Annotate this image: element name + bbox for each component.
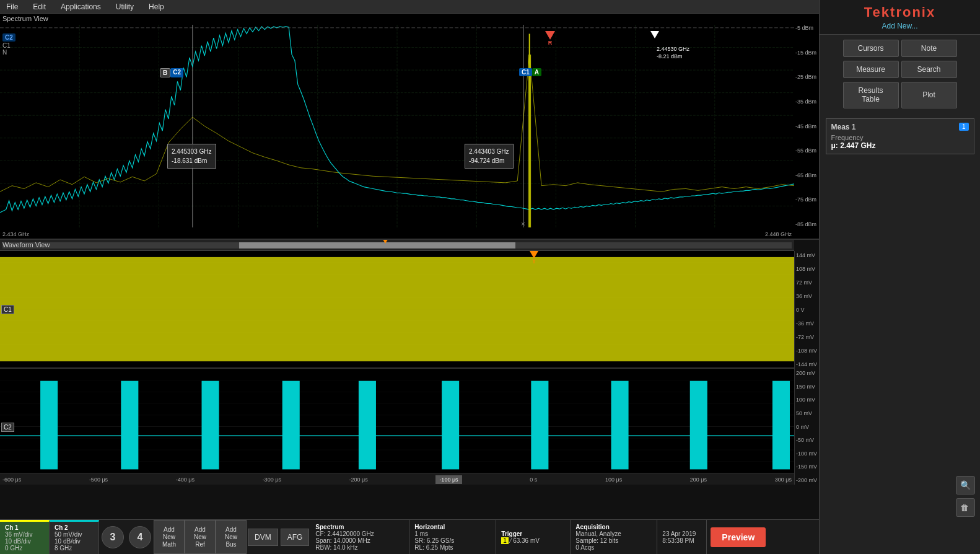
svg-rect-55 (531, 381, 548, 436)
cursors-button[interactable]: Cursors (843, 40, 899, 57)
cursor-a-tooltip: 2.443403 GHz -94.724 dBm (465, 144, 514, 169)
results-table-button[interactable]: Results Table (843, 82, 899, 108)
meas1-value: μ: 2.447 GHz (831, 141, 969, 150)
cursor-c1-badge: C1 (519, 68, 532, 76)
svg-rect-57 (690, 381, 707, 436)
c2-top-badge: C2 (2, 33, 15, 42)
ch1-ghz: 0 GHz (5, 545, 44, 552)
note-button[interactable]: Note (901, 40, 957, 57)
add-new-math-button[interactable]: Add New Math (154, 520, 185, 554)
svg-rect-53 (359, 381, 376, 436)
svg-rect-68 (772, 436, 790, 469)
scrollbar-thumb[interactable] (239, 242, 515, 248)
zoom-icon[interactable]: 🔍 (956, 476, 975, 495)
horizontal-status: Horizontal 1 ms SR: 6.25 GS/s RL: 6.25 M… (409, 520, 496, 554)
add-new-bus-button[interactable]: Add New Bus (216, 520, 247, 554)
ch2-status-label: Ch 2 (55, 524, 94, 531)
spectrum-x-axis: 2.434 GHz 2.448 GHz (2, 231, 792, 237)
cursor-b-badge: B (160, 68, 170, 77)
status-bar: Ch 1 36 mV/div 10 dB/div 0 GHz Ch 2 50 m… (0, 519, 819, 554)
meas1-panel: Meas 1 1 Frequency μ: 2.447 GHz (826, 118, 974, 154)
num4-button[interactable]: 4 (129, 526, 151, 548)
svg-rect-61 (202, 436, 219, 469)
waveform-x-axis: -600 μs -500 μs -400 μs -300 μs -200 μs … (0, 473, 794, 485)
ch2-status: Ch 2 50 mV/div 10 dB/div 8 GHz (50, 520, 99, 554)
svg-rect-50 (121, 381, 138, 436)
marker-r-tooltip: 2.44530 GHz -8.21 dBm (657, 45, 689, 59)
waveform-view-title: Waveform View (2, 241, 50, 248)
meas1-title: Meas 1 (831, 123, 856, 131)
svg-rect-63 (359, 436, 376, 469)
dvm-button[interactable]: DVM (248, 529, 278, 546)
ch1-waveform-svg (0, 251, 794, 367)
trigger-t-marker: T (530, 251, 538, 265)
ch1-status: Ch 1 36 mV/div 10 dB/div 0 GHz (0, 520, 50, 554)
menu-help[interactable]: Help (146, 1, 167, 12)
waveform-scrollbar[interactable] (0, 240, 794, 251)
svg-rect-67 (690, 436, 707, 469)
ch2-waveform-svg (0, 369, 794, 485)
x-highlight-box: -100 μs (435, 475, 462, 484)
svg-text:×: × (521, 220, 525, 227)
svg-rect-60 (121, 436, 138, 469)
plot-button[interactable]: Plot (901, 82, 957, 108)
add-new-button[interactable]: Add New... (882, 22, 917, 30)
menu-utility[interactable]: Utility (113, 1, 136, 12)
spectrum-y-axis: -5 dBm -15 dBm -25 dBm -35 dBm -45 dBm -… (794, 25, 819, 227)
ch1-status-label: Ch 1 (5, 524, 44, 531)
svg-rect-56 (611, 381, 629, 436)
ch2-waveform-container: C2 (0, 369, 794, 485)
acquisition-status: Acquisition Manual, Analyze Sample: 12 b… (571, 520, 657, 554)
marker-r-indicator (545, 31, 555, 40)
cursor-b-tooltip: 2.445303 GHz -18.631 dBm (167, 144, 216, 169)
ch1-y-axis: 144 mV 108 mV 72 mV 36 mV 0 V -36 mV -72… (794, 251, 819, 369)
marker-white-indicator (650, 31, 659, 38)
delete-icon[interactable]: 🗑 (956, 498, 975, 517)
menu-applications[interactable]: Applications (58, 1, 103, 12)
spectrum-view-title: Spectrum View (2, 15, 48, 22)
add-new-ref-button[interactable]: Add New Ref (185, 520, 216, 554)
c1-indicator: C1 (2, 42, 11, 49)
cursor-a-badge: A (532, 68, 541, 76)
ch2-ghz: 8 GHz (55, 545, 94, 552)
spectrum-status: Spectrum CF: 2.44120000 GHz Span: 14.000… (310, 520, 409, 554)
svg-rect-58 (772, 381, 790, 436)
ch1-mv-div: 36 mV/div (5, 531, 44, 538)
marker-r-label: R (545, 40, 555, 46)
svg-rect-64 (442, 436, 459, 469)
svg-rect-54 (442, 381, 459, 436)
meas1-badge: 1 (959, 123, 969, 131)
waveform-view[interactable]: Waveform View T C1 (0, 240, 819, 519)
right-sidebar: Tektronix Add New... Cursors Note Measur… (819, 0, 980, 554)
ch2-y-axis: 200 mV 150 mV 100 mV 50 mV 0 mV -50 mV -… (794, 369, 819, 485)
main-content: Spectrum View C2 C1 N B C2 C1 A R (0, 14, 819, 554)
search-button[interactable]: Search (901, 61, 957, 78)
afg-button[interactable]: AFG (281, 529, 310, 546)
ch1-db-div: 10 dB/div (5, 538, 44, 545)
svg-rect-62 (282, 436, 300, 469)
ch1-waveform-container: C1 (0, 251, 794, 369)
trigger-level: 63.36 mV (513, 537, 540, 544)
svg-rect-59 (40, 436, 58, 469)
measure-button[interactable]: Measure (843, 61, 899, 78)
scrollbar-track[interactable] (2, 242, 792, 248)
preview-button[interactable]: Preview (711, 527, 766, 547)
ch1-label: C1 (1, 306, 14, 313)
svg-rect-65 (531, 436, 548, 469)
datetime-status: 23 Apr 2019 8:53:38 PM (657, 520, 707, 554)
svg-rect-52 (282, 381, 300, 436)
svg-rect-51 (202, 381, 219, 436)
brand-name: Tektronix (864, 4, 935, 20)
spectrum-view[interactable]: Spectrum View C2 C1 N B C2 C1 A R (0, 14, 819, 240)
trigger-status: Trigger 1 ∕ 63.36 mV (496, 520, 571, 554)
svg-rect-49 (40, 381, 58, 436)
ch2-mv-div: 50 mV/div (55, 531, 94, 538)
num3-button[interactable]: 3 (102, 526, 124, 548)
menu-file[interactable]: File (4, 1, 20, 12)
cursor-c2-badge: C2 (170, 68, 183, 77)
n-indicator: N (2, 49, 7, 56)
ch2-label: C2 (1, 423, 14, 431)
menu-edit[interactable]: Edit (30, 1, 48, 12)
ch2-db-div: 10 dB/div (55, 538, 94, 545)
meas1-label: Frequency (831, 134, 969, 141)
